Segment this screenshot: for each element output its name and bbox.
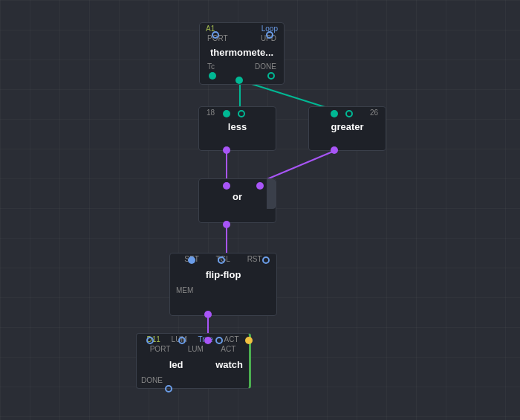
less-num-label: 18 <box>207 109 215 117</box>
led-watch-label: watch <box>215 359 249 370</box>
thermometer-loop-dot[interactable] <box>266 31 273 39</box>
led-port-label-left: PORT <box>150 345 171 353</box>
flipflop-rst-label: RST <box>247 255 262 263</box>
flipflop-tgl-port <box>218 256 225 264</box>
or-bottom-port <box>223 221 230 228</box>
led-title: led <box>137 355 215 375</box>
led-port-dot <box>146 337 154 344</box>
led-act-port-label: ACT <box>221 345 235 353</box>
greater-top-outlined <box>345 110 353 117</box>
greater-num-label: 26 <box>370 109 378 117</box>
flipflop-rst-port <box>262 256 270 264</box>
thermometer-title: thermomete... <box>200 44 284 61</box>
or-top-left-port <box>223 182 230 190</box>
thermometer-tc-label: Tc <box>207 62 215 71</box>
led-act-dot <box>245 337 253 344</box>
led-true-dot <box>215 337 223 344</box>
led-mem-port <box>204 337 212 344</box>
flipflop-mem-port <box>204 311 212 318</box>
thermometer-port-dot[interactable] <box>212 31 219 39</box>
flipflop-title: flip-flop <box>170 265 276 285</box>
less-top-outlined <box>238 110 245 117</box>
or-top-right-port <box>256 182 264 190</box>
led-lum-port-label: LUM <box>188 345 204 353</box>
thermometer-tc-port[interactable] <box>209 72 216 80</box>
flipflop-mem-label: MEM <box>176 286 193 294</box>
greater-bottom-port <box>331 146 338 154</box>
less-title: less <box>199 117 276 137</box>
flipflop-set-port <box>188 256 195 264</box>
or-title: or <box>199 179 276 207</box>
or-node[interactable]: or <box>198 178 276 223</box>
led-done-label: DONE <box>141 376 163 384</box>
greater-title: greater <box>309 117 386 137</box>
thermometer-done-port[interactable] <box>267 72 275 80</box>
led-lum-dot <box>178 337 186 344</box>
led-act-label: ACT <box>224 335 239 343</box>
thermometer-done-label: DONE <box>255 62 276 71</box>
less-top-filled <box>223 110 230 117</box>
greater-top-filled <box>331 110 338 117</box>
thermometer-done-filled <box>235 77 243 84</box>
led-done-port <box>165 385 172 392</box>
less-bottom-port <box>223 146 230 154</box>
